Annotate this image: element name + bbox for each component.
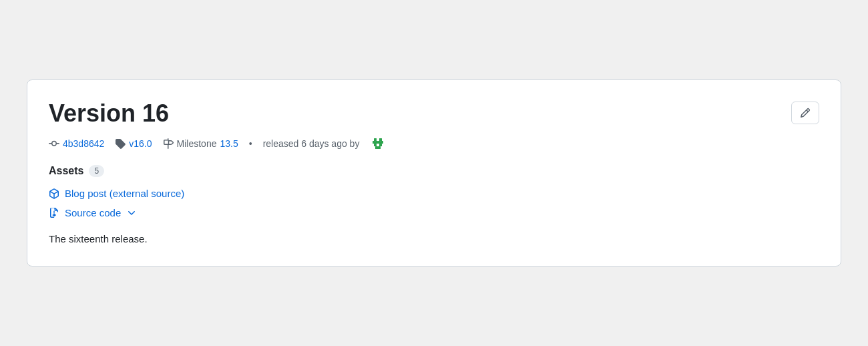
meta-separator: •	[249, 138, 252, 149]
commit-hash-link[interactable]: 4b3d8642	[63, 138, 104, 149]
svg-rect-7	[381, 141, 383, 144]
assets-section: Assets 5 Blog post (external source) Sou…	[49, 165, 819, 221]
milestone-icon	[163, 138, 174, 149]
card-header: Version 16	[49, 99, 819, 128]
assets-label: Assets	[49, 165, 83, 177]
assets-count: 5	[89, 165, 104, 177]
asset-item-source-code: Source code	[49, 204, 819, 221]
meta-tag: v16.0	[115, 138, 152, 149]
svg-rect-6	[378, 141, 381, 144]
svg-rect-1	[374, 138, 377, 141]
avatar-image	[370, 136, 386, 152]
svg-rect-9	[377, 144, 379, 146]
meta-milestone: Milestone 13.5	[163, 138, 238, 149]
package-icon	[49, 188, 59, 199]
blog-post-link[interactable]: Blog post (external source)	[65, 188, 184, 199]
assets-header: Assets 5	[49, 165, 819, 177]
svg-rect-5	[375, 141, 378, 144]
release-card: Version 16 4b3d8642 v16.0	[27, 79, 841, 267]
edit-button[interactable]	[791, 102, 819, 124]
svg-rect-2	[379, 138, 382, 141]
chevron-down-icon[interactable]	[126, 208, 137, 218]
svg-rect-4	[373, 141, 375, 144]
asset-item-blog: Blog post (external source)	[49, 185, 819, 202]
meta-commit: 4b3d8642	[49, 138, 104, 149]
svg-rect-10	[379, 144, 382, 146]
milestone-link[interactable]: 13.5	[220, 138, 238, 149]
release-time: released 6 days ago by	[263, 138, 360, 149]
svg-rect-8	[374, 144, 377, 146]
release-title: Version 16	[49, 99, 169, 128]
file-zip-icon	[49, 208, 59, 218]
source-code-link[interactable]: Source code	[65, 207, 121, 218]
commit-icon	[49, 138, 59, 149]
svg-rect-11	[375, 146, 378, 149]
milestone-text: Milestone	[177, 138, 217, 149]
pencil-icon	[800, 108, 811, 118]
tag-icon	[115, 138, 126, 149]
tag-link[interactable]: v16.0	[129, 138, 152, 149]
release-body: The sixteenth release.	[49, 232, 819, 247]
meta-row: 4b3d8642 v16.0 Milestone 13.5 • release	[49, 136, 819, 152]
svg-rect-3	[377, 138, 379, 141]
svg-rect-12	[378, 146, 381, 149]
avatar[interactable]	[370, 136, 386, 152]
